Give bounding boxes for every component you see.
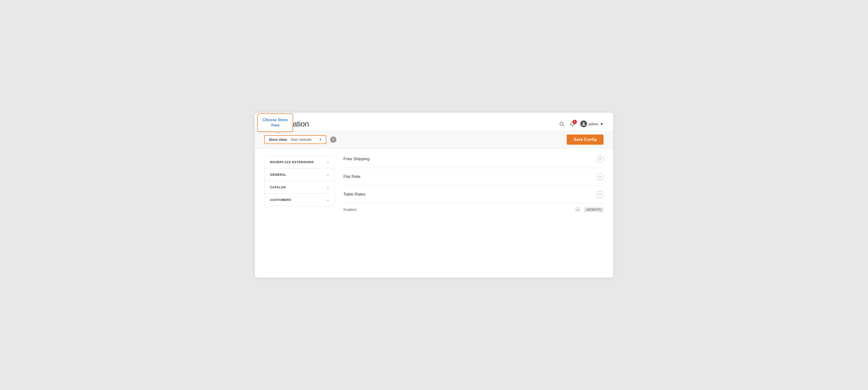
sidebar-item-mageplaza-extensions[interactable]: MAGEPLAZA EXTENSIONS ⌄ [265, 156, 335, 168]
store-view-label: Store View: [269, 138, 288, 142]
chevron-up-icon [598, 193, 602, 196]
choose-store-view-tooltip: Choose Store View [257, 113, 293, 132]
enabled-right: [WEBSITE] [576, 207, 603, 212]
sidebar-item-label: GENERAL [270, 173, 286, 176]
chevron-down-icon [598, 157, 602, 161]
save-config-button[interactable]: Save Config [567, 135, 603, 145]
sidebar-item-customers[interactable]: CUSTOMERS ⌄ [265, 194, 335, 206]
sidebar-item-label: CATALOG [270, 186, 286, 189]
store-view-select[interactable]: Main Website [290, 138, 316, 142]
header-actions: 7 admin ▼ [559, 120, 603, 127]
main-card: Configuration 7 [255, 113, 613, 278]
website-badge: [WEBSITE] [584, 207, 603, 212]
sidebar-item-catalog[interactable]: CATALOG ⌄ [265, 181, 335, 194]
search-button[interactable] [559, 121, 564, 127]
chevron-down-icon: ⌄ [327, 186, 330, 189]
sidebar-item-label: MAGEPLAZA EXTENSIONS [270, 160, 314, 164]
chevron-down-icon [598, 175, 602, 178]
section-flat-rate: Flat Rate [343, 168, 603, 186]
help-icon[interactable]: ? [330, 136, 336, 143]
enabled-checkbox[interactable] [576, 207, 580, 212]
section-title: Flat Rate [343, 174, 361, 179]
admin-chevron-icon: ▼ [600, 122, 603, 126]
section-toggle-flat-rate[interactable] [597, 173, 603, 180]
toolbar: Store View: Main Website ▼ ? Choose Stor… [255, 131, 613, 148]
enabled-label: Enabled [343, 208, 356, 212]
admin-menu-button[interactable]: admin ▼ [580, 120, 603, 127]
header: Configuration 7 [255, 113, 613, 131]
avatar [580, 120, 587, 127]
chevron-down-icon: ⌄ [327, 173, 330, 176]
sidebar-item-label: CUSTOMERS [270, 198, 291, 202]
notification-badge: 7 [572, 120, 577, 124]
store-view-wrapper: Store View: Main Website ▼ ? Choose Stor… [265, 135, 336, 144]
main-panel: Free Shipping Flat Rate Table Rates [335, 156, 603, 260]
section-title: Table Rates [343, 192, 366, 197]
svg-line-1 [563, 125, 564, 126]
admin-label: admin [589, 122, 598, 126]
section-title: Free Shipping [343, 156, 370, 161]
enabled-row: Enabled [WEBSITE] [343, 203, 603, 216]
search-icon [559, 121, 564, 127]
content-area: MAGEPLAZA EXTENSIONS ⌄ GENERAL ⌄ CATALOG… [255, 148, 613, 270]
store-view-selector[interactable]: Store View: Main Website ▼ [265, 135, 326, 144]
sidebar: MAGEPLAZA EXTENSIONS ⌄ GENERAL ⌄ CATALOG… [265, 156, 335, 206]
chevron-down-icon: ⌄ [327, 198, 330, 201]
notifications-button[interactable]: 7 [569, 121, 575, 127]
section-toggle-table-rates[interactable] [597, 191, 603, 198]
section-free-shipping: Free Shipping [343, 156, 603, 168]
section-table-rates: Table Rates [343, 186, 603, 203]
sidebar-item-general[interactable]: GENERAL ⌄ [265, 168, 335, 181]
section-toggle-free-shipping[interactable] [597, 156, 603, 162]
chevron-down-icon: ⌄ [327, 160, 330, 164]
store-view-chevron-icon: ▼ [319, 138, 322, 141]
